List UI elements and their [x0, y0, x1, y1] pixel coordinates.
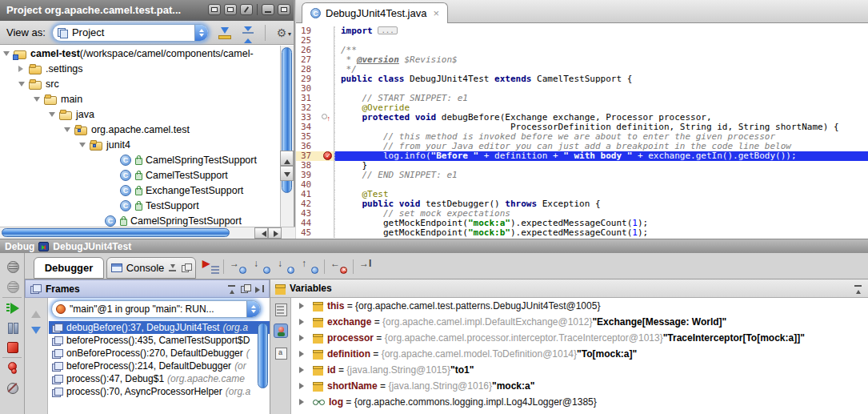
- watches-icon[interactable]: [274, 324, 288, 338]
- export-icon[interactable]: [168, 263, 178, 272]
- tree-item[interactable]: junit4: [0, 137, 282, 152]
- tree-item[interactable]: java: [0, 107, 282, 122]
- chevron-down-icon[interactable]: [79, 143, 86, 151]
- expand-icon[interactable]: [299, 351, 307, 357]
- variable-row[interactable]: exchange = {org.apache.camel.impl.Defaul…: [291, 314, 868, 330]
- scroll-up-button[interactable]: [280, 151, 294, 166]
- code-editor[interactable]: 19import ...2526/**27 * @version $Revisi…: [296, 23, 868, 239]
- run-to-cursor-icon[interactable]: →I: [359, 259, 378, 274]
- code-line[interactable]: 27 * @version $Revision$: [296, 55, 868, 65]
- mute-breakpoints-icon[interactable]: [6, 381, 20, 396]
- code-line[interactable]: 39 // END SNIPPET: e1: [296, 171, 868, 180]
- tree-item[interactable]: .settings: [0, 61, 282, 76]
- code-text: log.info("Before " + definition + " with…: [334, 151, 868, 161]
- breakpoint-icon[interactable]: [323, 151, 332, 160]
- scroll-right-button[interactable]: [268, 227, 282, 239]
- thread-select[interactable]: "main"@1 in group "main": RUN...: [51, 300, 261, 318]
- chevron-down-icon[interactable]: [18, 82, 25, 90]
- frame-row[interactable]: process():47, Debug$1(org.apache.came: [49, 372, 270, 385]
- code-line[interactable]: 45 getMockEndpoint("mock:b").expectedMes…: [296, 228, 868, 238]
- stop-icon[interactable]: [6, 340, 20, 354]
- view-as-select[interactable]: Project: [52, 24, 209, 42]
- tree-item[interactable]: main: [0, 91, 282, 107]
- gutter-cell[interactable]: 45: [296, 228, 334, 238]
- debug-settings-icon[interactable]: [6, 279, 20, 294]
- rerun-debugger-icon[interactable]: [6, 259, 20, 274]
- expand-icon[interactable]: [299, 367, 307, 373]
- frames-scrollbar[interactable]: [258, 323, 268, 388]
- tree-item[interactable]: TestSupport: [0, 198, 282, 213]
- code-line[interactable]: 19import ...: [296, 26, 868, 36]
- tree-item[interactable]: ExchangeTestSupport: [0, 183, 282, 198]
- popup-icon[interactable]: [854, 284, 863, 293]
- step-into-icon[interactable]: ↓: [254, 259, 273, 274]
- combo-stepper[interactable]: [194, 25, 208, 41]
- show-execution-point-icon[interactable]: ▶: [202, 259, 222, 274]
- hide-panel-icon[interactable]: [278, 4, 290, 15]
- expand-icon[interactable]: [299, 319, 307, 325]
- tree-item[interactable]: src: [0, 76, 282, 91]
- expand-icon[interactable]: [299, 383, 307, 389]
- chevron-right-icon[interactable]: [18, 66, 26, 72]
- evaluate-expression-icon[interactable]: [274, 303, 288, 317]
- code-line[interactable]: 29public class DebugJUnit4Test extends C…: [296, 74, 868, 84]
- minimize-icon[interactable]: [262, 4, 274, 15]
- dock-window-icon[interactable]: [224, 4, 237, 15]
- autoscroll-to-source-icon[interactable]: [217, 26, 233, 40]
- hide-panel-icon[interactable]: [254, 284, 264, 293]
- project-horizontal-scrollbar[interactable]: [0, 227, 295, 239]
- tab-console[interactable]: Console: [106, 257, 196, 279]
- drop-frame-icon[interactable]: ←×: [330, 259, 350, 274]
- float-panel-icon[interactable]: [241, 284, 250, 293]
- tree-item[interactable]: CamelSpringTestSupport: [0, 213, 282, 227]
- scroll-down-button[interactable]: [280, 166, 294, 181]
- variable-row[interactable]: shortName = {java.lang.String@1016}"mock…: [291, 378, 868, 394]
- tree-item[interactable]: CamelTestSupport: [0, 167, 282, 183]
- step-over-icon[interactable]: →: [230, 259, 249, 274]
- chevron-down-icon[interactable]: [64, 127, 70, 135]
- settings-gear-icon[interactable]: ⚙: [274, 26, 290, 40]
- expand-icon[interactable]: [299, 335, 307, 341]
- popup-icon[interactable]: [227, 284, 237, 293]
- expand-icon[interactable]: [299, 303, 307, 309]
- float-icon[interactable]: [182, 263, 191, 272]
- collapse-all-icon[interactable]: [241, 26, 257, 40]
- resume-program-icon[interactable]: [6, 301, 20, 316]
- chevron-down-icon[interactable]: [49, 112, 55, 120]
- next-frame-icon[interactable]: [31, 327, 41, 339]
- pin-icon[interactable]: [240, 4, 253, 15]
- force-step-into-icon[interactable]: ↓i: [278, 259, 297, 274]
- frame-row[interactable]: onBeforeProcess():270, DefaultDebugger(: [49, 347, 270, 360]
- step-out-icon[interactable]: ↑: [302, 259, 321, 274]
- code-line[interactable]: 37 log.info("Before " + definition + " w…: [296, 151, 868, 161]
- frame-row[interactable]: debugBefore():37, DebugJUnit4Test(org.a: [49, 321, 270, 334]
- text-view-icon[interactable]: [274, 346, 288, 360]
- variable-row[interactable]: this = {org.apache.camel.test.patterns.D…: [291, 298, 868, 314]
- variable-row[interactable]: definition = {org.apache.camel.model.ToD…: [291, 346, 868, 362]
- project-vertical-scrollbar[interactable]: [280, 46, 294, 227]
- combo-stepper[interactable]: [246, 301, 260, 317]
- frame-row[interactable]: beforeProcess():214, DefaultDebugger(or: [49, 360, 270, 372]
- close-tab-icon[interactable]: ×: [433, 8, 439, 18]
- view-breakpoints-icon[interactable]: [6, 362, 20, 376]
- tree-item[interactable]: org.apache.camel.test: [0, 122, 282, 137]
- float-window-icon[interactable]: [208, 4, 221, 15]
- tab-debugger[interactable]: Debugger: [34, 257, 104, 279]
- scroll-left-button[interactable]: [254, 227, 268, 239]
- chevron-down-icon[interactable]: [3, 51, 10, 59]
- frame-row[interactable]: process():70, AsyncProcessorHelper(org.a: [49, 385, 270, 398]
- chevron-down-icon[interactable]: [34, 97, 40, 105]
- variable-row[interactable]: id = {java.lang.String@1015}"to1": [291, 362, 868, 378]
- tree-item[interactable]: camel-test (/workspace/camel/components/…: [0, 46, 282, 61]
- variable-row[interactable]: log = {org.apache.commons.logging.impl.L…: [291, 394, 868, 410]
- code-line[interactable]: 25: [296, 36, 868, 46]
- frame-package: (org.apache.came: [167, 373, 245, 384]
- scrollbar-thumb[interactable]: [2, 228, 230, 237]
- tree-item[interactable]: CamelSpringTestSupport: [0, 152, 282, 167]
- editor-tab[interactable]: C DebugJUnit4Test.java ×: [302, 2, 448, 23]
- frame-row[interactable]: beforeProcess():435, CamelTestSupport$D: [49, 334, 270, 347]
- previous-frame-icon[interactable]: [31, 306, 41, 318]
- pause-program-icon[interactable]: [6, 320, 20, 335]
- expand-icon[interactable]: [299, 399, 307, 405]
- variable-row[interactable]: processor = {org.apache.camel.processor.…: [291, 330, 868, 346]
